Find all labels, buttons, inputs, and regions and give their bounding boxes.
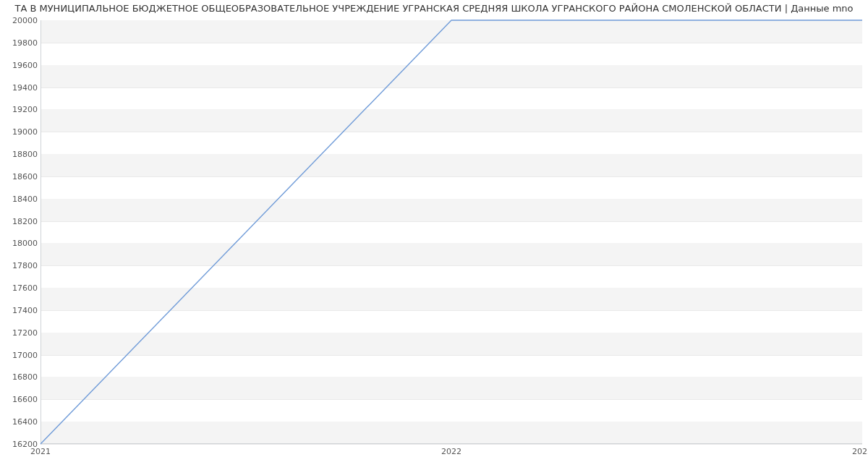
y-axis-tick: 16800 xyxy=(6,372,38,382)
y-axis-tick: 20000 xyxy=(6,16,38,25)
y-axis-tick: 17800 xyxy=(6,261,38,270)
y-axis-tick: 19600 xyxy=(6,60,38,69)
y-axis-tick: 19000 xyxy=(6,127,38,137)
grid-line xyxy=(41,444,862,445)
x-axis-tick: 2022 xyxy=(441,447,461,456)
y-axis-tick: 19800 xyxy=(6,38,38,47)
y-axis-tick: 16600 xyxy=(6,395,38,404)
y-axis-tick: 18200 xyxy=(6,216,38,226)
line-series xyxy=(41,20,862,444)
plot-area xyxy=(41,20,862,444)
series-line xyxy=(41,20,862,444)
chart-container: ТА В МУНИЦИПАЛЬНОЕ БЮДЖЕТНОЕ ОБЩЕОБРАЗОВ… xyxy=(0,0,868,470)
y-axis-tick: 18400 xyxy=(6,194,38,203)
y-axis-tick: 16400 xyxy=(6,417,38,427)
x-axis-tick: 2021 xyxy=(30,447,51,456)
y-axis-tick: 17200 xyxy=(6,328,38,337)
y-axis-tick: 19200 xyxy=(6,105,38,114)
y-axis-tick: 18000 xyxy=(6,239,38,248)
x-axis-tick: 2023 xyxy=(852,447,868,456)
chart-title: ТА В МУНИЦИПАЛЬНОЕ БЮДЖЕТНОЕ ОБЩЕОБРАЗОВ… xyxy=(0,3,868,14)
y-axis-tick: 17400 xyxy=(6,305,38,315)
y-axis-tick: 18600 xyxy=(6,171,38,181)
y-axis-tick: 19400 xyxy=(6,82,38,92)
y-axis-tick: 17600 xyxy=(6,283,38,293)
y-axis-tick: 18800 xyxy=(6,150,38,159)
y-axis-tick: 17000 xyxy=(6,350,38,359)
